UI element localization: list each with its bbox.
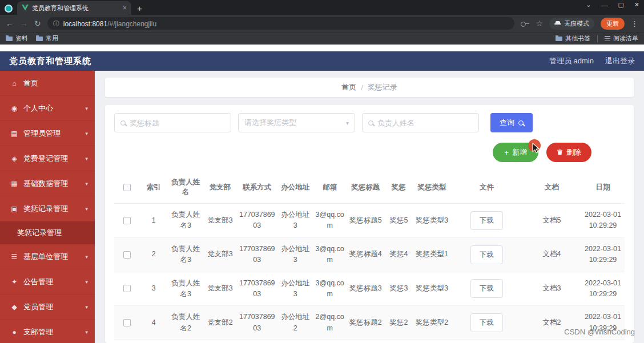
main-content: 首页 / 奖惩记录 请选择奖惩类型 ▾ 查询 bbox=[95, 71, 644, 343]
cell-date: 2022-03-01 10:29:29 bbox=[581, 272, 625, 306]
reward-type-select[interactable]: 请选择奖惩类型 ▾ bbox=[238, 113, 355, 132]
folder-icon bbox=[556, 37, 562, 41]
sidebar-item-profile[interactable]: ◉ 个人中心 ▾ bbox=[0, 96, 95, 121]
chrome-update-button[interactable]: 更新 bbox=[601, 18, 625, 30]
download-button[interactable]: 下载 bbox=[470, 245, 503, 264]
cell-award: 奖惩5 bbox=[385, 204, 413, 238]
notice-icon: ✦ bbox=[10, 278, 18, 286]
sidebar-item-notice-management[interactable]: ✦ 公告管理 ▾ bbox=[0, 269, 95, 294]
manager-name-field[interactable] bbox=[362, 113, 479, 132]
incognito-icon bbox=[554, 21, 561, 26]
sidebar-item-home[interactable]: ⌂ 首页 bbox=[0, 71, 95, 96]
reload-icon[interactable]: ↻ bbox=[34, 19, 41, 28]
row-checkbox[interactable] bbox=[123, 217, 131, 224]
row-checkbox[interactable] bbox=[123, 251, 131, 259]
cell-email: 3@qq.com bbox=[313, 204, 347, 238]
cell-name: 负责人姓名2 bbox=[168, 306, 204, 340]
row-checkbox[interactable] bbox=[123, 285, 131, 292]
breadcrumb-home[interactable]: 首页 bbox=[341, 82, 356, 92]
reward-title-input[interactable] bbox=[130, 119, 230, 127]
action-row: + 新增 删除 bbox=[114, 143, 625, 162]
cell-index: 4 bbox=[140, 306, 168, 340]
cell-doc: 文档4 bbox=[522, 237, 581, 272]
cell-email: 3@qq.com bbox=[313, 272, 347, 306]
download-button[interactable]: 下载 bbox=[470, 211, 503, 230]
incognito-label: 无痕模式 bbox=[564, 19, 589, 28]
query-button[interactable]: 查询 bbox=[490, 113, 533, 132]
current-user: 管理员 admin bbox=[549, 56, 594, 66]
search-icon bbox=[120, 120, 126, 126]
bookmark-label: 资料 bbox=[15, 34, 28, 43]
bookmark-star-icon[interactable]: ☆ bbox=[536, 19, 543, 28]
cell-index: 2 bbox=[140, 237, 168, 272]
forward-icon[interactable]: → bbox=[20, 19, 28, 28]
cell-branch: 党支部3 bbox=[203, 272, 236, 306]
cell-name: 负责人姓名3 bbox=[168, 272, 204, 306]
page-info-icon[interactable]: ⓘ bbox=[53, 19, 59, 28]
cell-title: 奖惩标题5 bbox=[347, 204, 385, 238]
window-maximize-button[interactable]: ▢ bbox=[618, 1, 623, 9]
window-close-button[interactable]: ✕ bbox=[634, 1, 639, 9]
sidebar-item-base-data[interactable]: ▦ 基础数据管理 ▾ bbox=[0, 171, 95, 196]
reading-list[interactable]: 阅读清单 bbox=[605, 34, 638, 43]
add-button-label: 新增 bbox=[512, 147, 527, 158]
cell-award: 奖惩3 bbox=[385, 272, 413, 306]
cell-address: 办公地址3 bbox=[277, 204, 313, 238]
cell-address: 办公地址3 bbox=[277, 237, 313, 272]
window-minimize-button[interactable]: — bbox=[601, 2, 607, 9]
cell-phone: 17703786903 bbox=[237, 204, 278, 238]
bookmark-label: 常用 bbox=[46, 34, 58, 43]
download-button[interactable]: 下载 bbox=[470, 279, 503, 298]
bookmark-folder-changyong[interactable]: 常用 bbox=[36, 34, 58, 43]
cell-email: 2@qq.com bbox=[313, 306, 347, 340]
chevron-down-icon: ▾ bbox=[85, 156, 88, 162]
table-row: 1 负责人姓名3 党支部3 17703786903 办公地址3 3@qq.com… bbox=[114, 204, 625, 238]
sidebar-item-branch-management[interactable]: ● 支部管理 ▾ bbox=[0, 320, 95, 343]
header-address: 办公地址 bbox=[277, 171, 313, 204]
tab-close-icon[interactable]: × bbox=[123, 4, 127, 12]
sidebar-subitem-reward-records[interactable]: 奖惩记录管理 bbox=[0, 221, 95, 244]
reward-title-field[interactable] bbox=[114, 113, 231, 132]
new-tab-button[interactable]: + bbox=[137, 3, 142, 13]
table-row: 4 负责人姓名2 党支部2 17703786903 办公地址2 2@qq.com… bbox=[114, 306, 625, 340]
chevron-down-icon: ▾ bbox=[85, 254, 88, 260]
delete-button[interactable]: 删除 bbox=[546, 143, 591, 162]
bookmark-folder-ziliao[interactable]: 资料 bbox=[6, 34, 28, 43]
cell-date: 2022-03-01 10:29:29 bbox=[581, 237, 625, 272]
manager-name-input[interactable] bbox=[377, 119, 478, 127]
browser-menu-icon[interactable]: ⋮ bbox=[631, 19, 638, 28]
breadcrumb-current: 奖惩记录 bbox=[368, 82, 397, 92]
sidebar: ⌂ 首页 ◉ 个人中心 ▾ ▤ 管理员管理 ▾ ◈ 党费登记管理 ▾ ▦ 基础数… bbox=[0, 71, 95, 343]
cell-doc: 文档5 bbox=[522, 204, 581, 238]
cell-type: 奖惩类型2 bbox=[413, 306, 451, 340]
sidebar-item-reward-management[interactable]: ▣ 奖惩记录管理 ▾ bbox=[0, 196, 95, 221]
address-bar[interactable]: ⓘ localhost:8081/#/jiangchengjilu bbox=[47, 17, 515, 30]
sidebar-item-label: 基层单位管理 bbox=[23, 252, 68, 262]
header-title: 奖惩标题 bbox=[347, 171, 385, 204]
tab-search-icon[interactable]: ⌄ bbox=[586, 1, 591, 9]
sidebar-item-party-fee[interactable]: ◈ 党费登记管理 ▾ bbox=[0, 146, 95, 171]
other-bookmarks[interactable]: 其他书签 bbox=[556, 34, 590, 43]
cell-phone: 17703786903 bbox=[237, 306, 278, 340]
sidebar-item-unit-management[interactable]: ☰ 基层单位管理 ▾ bbox=[0, 244, 95, 269]
cell-name: 负责人姓名3 bbox=[168, 237, 204, 272]
chevron-down-icon: ▾ bbox=[85, 279, 88, 285]
back-icon[interactable]: ← bbox=[6, 19, 14, 28]
url-path: /#/jiangchengjilu bbox=[107, 20, 156, 28]
sidebar-item-admin-management[interactable]: ▤ 管理员管理 ▾ bbox=[0, 121, 95, 146]
header-award: 奖惩 bbox=[385, 171, 413, 204]
password-key-icon[interactable] bbox=[521, 21, 529, 26]
chevron-down-icon: ▾ bbox=[85, 206, 88, 212]
branch-icon: ● bbox=[10, 328, 18, 336]
browser-tab[interactable]: 党员教育和管理系统 × bbox=[17, 1, 131, 15]
row-checkbox[interactable] bbox=[123, 319, 131, 326]
cell-title: 奖惩标题3 bbox=[347, 272, 385, 306]
mouse-cursor bbox=[528, 139, 545, 158]
select-all-checkbox[interactable] bbox=[123, 184, 131, 191]
download-button[interactable]: 下载 bbox=[470, 313, 503, 332]
plus-icon: + bbox=[504, 148, 509, 157]
cell-index: 3 bbox=[140, 272, 168, 306]
logout-link[interactable]: 退出登录 bbox=[605, 56, 635, 66]
sidebar-item-member-management[interactable]: ◆ 党员管理 ▾ bbox=[0, 294, 95, 320]
cell-award: 奖惩4 bbox=[385, 237, 413, 272]
